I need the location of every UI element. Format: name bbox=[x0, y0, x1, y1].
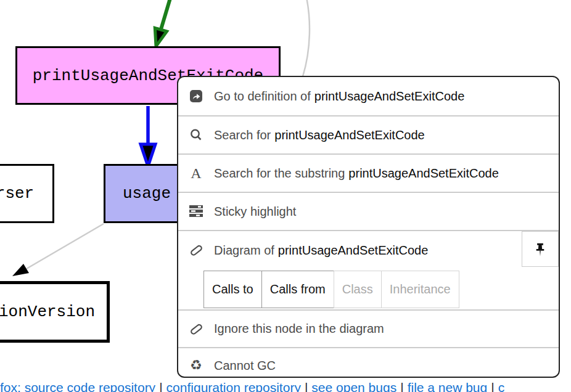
configuration-repository-link[interactable]: configuration repository bbox=[166, 380, 301, 392]
footer-link-cut[interactable]: c bbox=[498, 380, 505, 392]
menu-item-label: Cannot GC bbox=[214, 359, 276, 373]
menu-item-go-to-definition[interactable]: Go to definition of printUsageAndSetExit… bbox=[178, 77, 559, 115]
node-label: usage bbox=[123, 184, 171, 203]
blue-edge bbox=[141, 106, 155, 166]
context-menu: Go to definition of printUsageAndSetExit… bbox=[177, 76, 560, 378]
go-to-definition-icon bbox=[188, 88, 204, 104]
menu-item-search-substring[interactable]: A Search for the substring printUsageAnd… bbox=[178, 153, 559, 192]
footer-separator: | bbox=[159, 380, 162, 392]
menu-item-ignore-node[interactable]: Ignore this node in the diagram bbox=[178, 309, 559, 347]
pin-button[interactable] bbox=[522, 231, 559, 267]
calls-to-button[interactable]: Calls to bbox=[203, 271, 262, 308]
menu-item-label: Diagram of bbox=[214, 243, 274, 258]
search-icon bbox=[188, 127, 204, 143]
menu-item-label: Ignore this node in the diagram bbox=[214, 322, 384, 336]
source-code-repository-link[interactable]: fox: source code repository bbox=[0, 380, 155, 392]
menu-item-symbol: printUsageAndSetExitCode bbox=[348, 166, 498, 181]
recycle-icon: ♻ bbox=[188, 357, 204, 374]
see-open-bugs-link[interactable]: see open bugs bbox=[311, 380, 396, 392]
menu-item-search[interactable]: Search for printUsageAndSetExitCode bbox=[178, 115, 559, 153]
node-label: rser bbox=[0, 184, 34, 203]
menu-item-sticky-highlight[interactable]: Sticky highlight bbox=[178, 192, 559, 230]
diagram-node-version[interactable]: ionVersion bbox=[0, 281, 110, 343]
menu-item-label: Sticky highlight bbox=[214, 205, 296, 219]
menu-item-symbol: printUsageAndSetExitCode bbox=[274, 128, 424, 142]
menu-item-diagram[interactable]: Diagram of printUsageAndSetExitCode bbox=[178, 230, 559, 269]
footer-separator: | bbox=[400, 380, 403, 392]
sticky-highlight-icon bbox=[188, 203, 204, 219]
substring-icon: A bbox=[188, 165, 204, 181]
menu-item-label: Search for bbox=[214, 128, 271, 142]
inheritance-button[interactable]: Inheritance bbox=[381, 271, 459, 308]
page: printUsageAndSetExitCode rser usage ionV… bbox=[0, 0, 571, 392]
menu-item-symbol: printUsageAndSetExitCode bbox=[278, 243, 428, 258]
gray-arc-edge bbox=[303, 0, 310, 76]
menu-item-label: Search for the substring bbox=[214, 166, 345, 181]
diagram-button-row: Calls to Calls from Class Inheritance bbox=[178, 269, 559, 309]
footer-separator: | bbox=[491, 380, 494, 392]
menu-item-cannot-gc[interactable]: ♻ Cannot GC bbox=[178, 347, 559, 378]
green-edge bbox=[155, 0, 171, 46]
calls-from-button[interactable]: Calls from bbox=[261, 271, 334, 308]
link-icon bbox=[188, 321, 204, 337]
diagram-node-rser[interactable]: rser bbox=[0, 164, 54, 223]
node-label: ionVersion bbox=[0, 303, 95, 321]
footer-links: fox: source code repository|configuratio… bbox=[0, 380, 571, 392]
gray-edge bbox=[12, 224, 104, 276]
menu-item-label: Go to definition of bbox=[214, 89, 311, 104]
footer-separator: | bbox=[305, 380, 308, 392]
pushpin-icon bbox=[532, 241, 548, 257]
menu-item-symbol: printUsageAndSetExitCode bbox=[314, 89, 464, 104]
class-button[interactable]: Class bbox=[334, 271, 382, 308]
file-a-new-bug-link[interactable]: file a new bug bbox=[408, 380, 488, 392]
link-icon bbox=[188, 242, 204, 258]
